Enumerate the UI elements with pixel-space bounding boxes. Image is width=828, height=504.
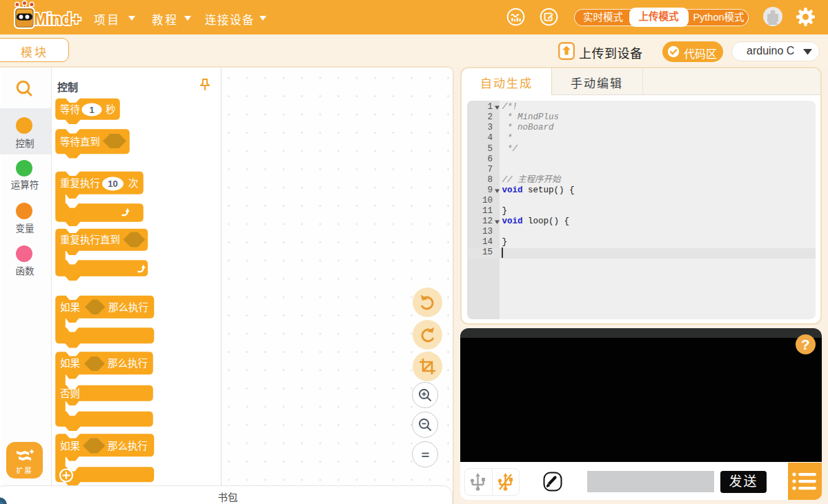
svg-text:秒: 秒 <box>106 101 116 116</box>
svg-text:那么执行: 那么执行 <box>108 299 148 314</box>
svg-text:1: 1 <box>89 105 94 115</box>
svg-text:如果: 如果 <box>60 438 80 452</box>
svg-text:重复执行: 重复执行 <box>60 175 100 190</box>
svg-text:Mind+: Mind+ <box>34 10 81 28</box>
svg-text:如果: 如果 <box>60 355 80 370</box>
svg-text:否则: 否则 <box>60 385 80 400</box>
svg-text:次: 次 <box>128 175 139 190</box>
svg-text:等待直到: 等待直到 <box>60 134 100 148</box>
svg-text:如果: 如果 <box>60 299 80 314</box>
svg-text:10: 10 <box>108 179 117 189</box>
svg-text:那么执行: 那么执行 <box>108 438 148 452</box>
svg-text:那么执行: 那么执行 <box>108 355 148 370</box>
svg-text:等待: 等待 <box>60 101 80 116</box>
svg-text:重复执行直到: 重复执行直到 <box>60 232 120 246</box>
